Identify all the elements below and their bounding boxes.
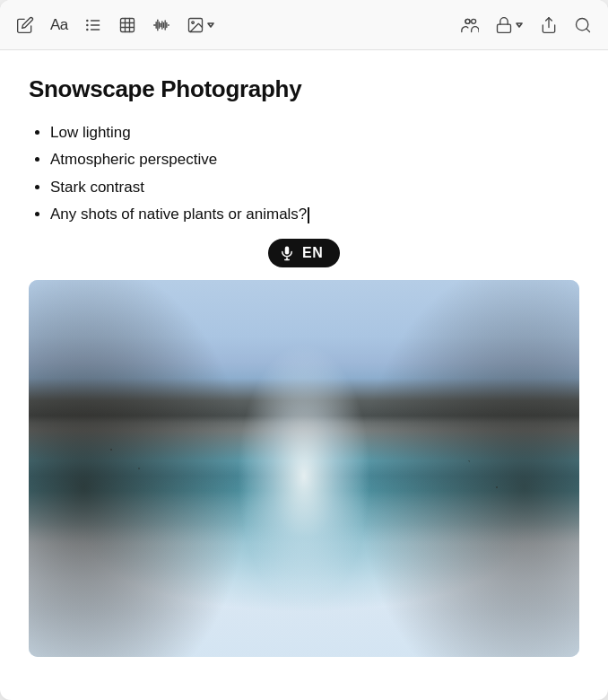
svg-point-24 xyxy=(472,19,476,23)
svg-rect-30 xyxy=(285,247,290,255)
toolbar: Aa xyxy=(0,0,608,50)
svg-rect-6 xyxy=(120,18,134,31)
toolbar-right xyxy=(461,16,592,34)
snowscape-photo-container xyxy=(29,280,579,657)
text-cursor xyxy=(308,207,309,223)
mic-language-pill[interactable]: EN xyxy=(268,239,340,267)
language-label: EN xyxy=(302,245,323,261)
svg-point-3 xyxy=(86,19,89,22)
app-window: Aa xyxy=(0,0,608,700)
list-item: Any shots of native plants or animals? xyxy=(50,203,579,226)
bullet-list: Low lighting Atmospheric perspective Sta… xyxy=(29,121,579,226)
document-content: Snowscape Photography Low lighting Atmos… xyxy=(0,50,608,700)
snowscape-photo xyxy=(29,280,579,657)
list-item: Stark contrast xyxy=(50,176,579,199)
edit-icon[interactable] xyxy=(16,16,34,34)
media-insert-icon[interactable] xyxy=(187,16,215,34)
svg-point-5 xyxy=(86,28,89,31)
landscape-overlay xyxy=(29,280,579,657)
text-format-icon[interactable]: Aa xyxy=(50,16,68,34)
list-item: Atmospheric perspective xyxy=(50,148,579,171)
list-item: Low lighting xyxy=(50,121,579,144)
microphone-icon xyxy=(279,245,295,261)
svg-point-4 xyxy=(86,23,89,26)
svg-line-29 xyxy=(586,28,590,31)
list-icon[interactable] xyxy=(84,16,102,34)
mic-pill-wrapper: EN xyxy=(29,239,579,267)
svg-point-22 xyxy=(192,21,195,22)
share-icon[interactable] xyxy=(540,16,558,34)
document-title: Snowscape Photography xyxy=(29,75,579,103)
audio-waveform-icon[interactable] xyxy=(152,16,170,34)
table-icon[interactable] xyxy=(118,16,136,34)
search-icon[interactable] xyxy=(574,16,592,34)
lock-icon[interactable] xyxy=(495,16,524,34)
svg-point-25 xyxy=(465,19,470,23)
svg-rect-26 xyxy=(498,24,511,32)
collaboration-icon[interactable] xyxy=(461,16,479,34)
